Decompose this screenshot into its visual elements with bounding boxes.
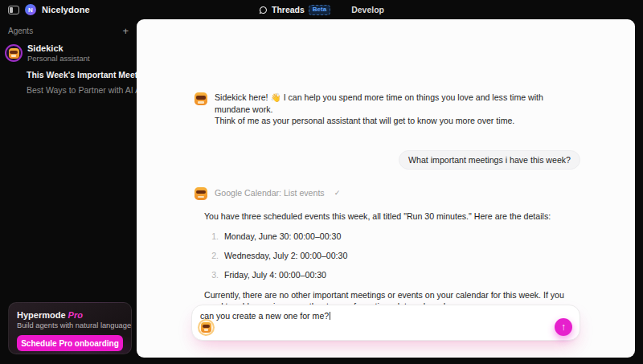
list-item: 3. Friday, July 4: 00:00–00:30 — [204, 268, 580, 283]
threads-bubble-icon — [259, 6, 268, 14]
beta-badge: Beta — [309, 5, 330, 15]
list-item-text: Wednesday, July 2: 00:00–00:30 — [224, 251, 347, 261]
tool-call-row[interactable]: Google Calendar: List events ✓ — [191, 186, 580, 200]
top-nav: Threads Beta Develop — [0, 0, 643, 19]
message-composer[interactable]: can you create a new one for me? ↑ — [191, 305, 580, 341]
message-list: Sidekick here! 👋 I can help you spend mo… — [191, 19, 580, 333]
sidebar-toggle-icon[interactable] — [8, 6, 19, 14]
promo-title-pro: Pro — [68, 310, 83, 320]
tab-threads-label: Threads — [272, 5, 305, 14]
agents-section-label: Agents — [8, 27, 33, 35]
thread-item-partner[interactable]: Best Ways to Partner with AI Agent — [27, 83, 132, 98]
intro-line-1: Sidekick here! 👋 I can help you spend mo… — [215, 92, 580, 115]
composer-agent-avatar[interactable] — [199, 321, 213, 334]
agents-header: Agents + — [5, 24, 132, 42]
list-item: 1. Monday, June 30: 00:00–00:30 — [204, 229, 580, 244]
tab-threads[interactable]: Threads Beta — [259, 5, 330, 15]
hypermode-pro-card: Hypermode Pro Build agents with natural … — [8, 302, 132, 354]
event-list: 1. Monday, June 30: 00:00–00:30 2. Wedne… — [204, 229, 580, 283]
assistant-intro-message: Sidekick here! 👋 I can help you spend mo… — [191, 92, 580, 127]
promo-title-prefix: Hypermode — [17, 310, 68, 320]
intro-line-2: Think of me as your personal assistant t… — [215, 115, 580, 127]
assistant-avatar-icon — [195, 92, 207, 105]
assistant-avatar-icon — [195, 187, 207, 200]
workspace-name[interactable]: Nicelydone — [42, 5, 90, 14]
agent-description: Personal assistant — [27, 54, 90, 63]
schedule-onboarding-button[interactable]: Schedule Pro onboarding — [17, 335, 123, 351]
robot-face-icon — [201, 322, 211, 333]
tool-call-label: Google Calendar: List events — [215, 188, 325, 198]
thread-item-meetings[interactable]: This Week's Important Meetings — [27, 67, 132, 83]
promo-subtitle: Build agents with natural language — [17, 321, 123, 329]
user-message-row: What important meetings i have this week… — [191, 150, 580, 170]
sidebar-item-sidekick[interactable]: Sidekick Personal assistant — [5, 42, 132, 67]
brand: N Nicelydone — [8, 4, 90, 15]
sidekick-avatar — [5, 44, 23, 62]
thread-list: This Week's Important Meetings Best Ways… — [5, 67, 132, 98]
list-item: 2. Wednesday, July 2: 00:00–00:30 — [204, 248, 580, 264]
list-item-number: 3. — [211, 270, 219, 280]
list-item-number: 2. — [211, 251, 219, 261]
agent-name: Sidekick — [27, 43, 90, 53]
list-item-text: Monday, June 30: 00:00–00:30 — [224, 231, 341, 242]
chat-panel: Sidekick here! 👋 I can help you spend mo… — [137, 19, 635, 358]
tool-success-check-icon: ✓ — [334, 189, 341, 197]
tab-develop[interactable]: Develop — [351, 5, 384, 14]
add-agent-button[interactable]: + — [122, 27, 129, 35]
user-message-bubble: What important meetings i have this week… — [399, 150, 580, 170]
top-bar: N Nicelydone Threads Beta Develop — [0, 0, 643, 19]
workspace-avatar[interactable]: N — [25, 4, 36, 15]
answer-intro: You have three scheduled events this wee… — [204, 211, 567, 222]
list-item-number: 1. — [211, 231, 219, 242]
list-item-text: Friday, July 4: 00:00–00:30 — [224, 270, 326, 280]
promo-title: Hypermode Pro — [17, 310, 123, 320]
tab-develop-label: Develop — [351, 5, 384, 14]
robot-face-icon — [9, 48, 19, 59]
send-button[interactable]: ↑ — [555, 318, 572, 336]
sidebar: Agents + Sidekick Personal assistant Thi… — [0, 19, 137, 364]
